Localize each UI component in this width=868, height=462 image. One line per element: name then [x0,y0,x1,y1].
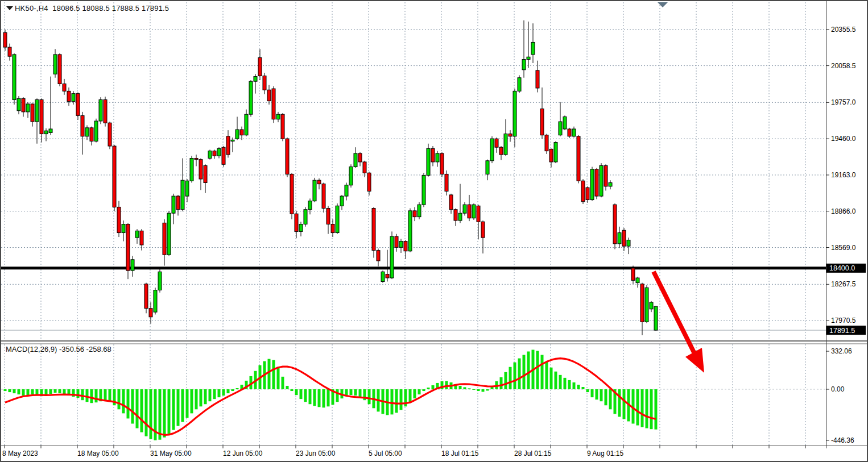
chart-title: HK50-,H4 18086.5 18088.5 17888.5 17891.5 [15,4,169,13]
candle-body [399,242,403,248]
price-tick-label: 18267.5 [831,280,856,288]
macd-histogram-bar [473,389,476,390]
macd-histogram-bar [350,389,353,395]
candle-body [645,288,648,322]
candle-body [267,90,271,101]
candle-body [35,99,39,122]
candle-body [290,174,294,214]
candle-body [331,224,334,233]
candle-body [190,159,193,181]
candle-body [195,159,198,160]
candle-body [654,306,658,330]
candle-body [418,205,421,217]
candle-body [22,98,25,112]
time-axis-label: 18 Jul 01:15 [441,449,479,457]
macd-histogram-bar [459,386,462,389]
candle-body [204,165,207,182]
macd-histogram-bar [313,389,316,406]
macd-histogram-bar [222,389,225,396]
macd-histogram-bar [477,389,480,391]
macd-histogram-bar [486,389,489,390]
candle-body [600,165,603,196]
macd-histogram-bar [181,389,184,422]
candle-body [449,195,453,210]
candle-body [572,129,576,136]
macd-histogram-bar [605,389,607,405]
candle-body [495,139,498,147]
macd-histogram-bar [354,389,357,396]
candle-body [577,136,580,181]
candle-body [304,210,307,224]
candle-body [122,224,125,233]
macd-histogram-bar [482,389,485,392]
candle-body [358,153,362,162]
candle-body [427,148,430,175]
time-axis-label: 28 Jul 01:15 [514,449,552,457]
macd-histogram-bar [304,389,307,402]
macd-histogram-bar [418,389,421,394]
macd-histogram-bar [464,387,466,389]
macd-histogram-bar [140,389,143,432]
candle-body [249,81,253,114]
time-axis-label: 31 May 05:00 [150,449,192,457]
macd-histogram-bar [500,377,503,389]
macd-histogram-bar [545,362,548,389]
macd-histogram-bar [191,389,193,413]
candle-body [158,272,162,290]
macd-histogram-bar [95,389,98,402]
candle-body [363,162,366,173]
macd-histogram-bar [596,389,598,399]
macd-histogram-bar [136,389,139,428]
candle-body [522,60,526,70]
macd-histogram-bar [541,355,544,389]
candle-body [613,205,617,244]
macd-histogram-bar [518,359,521,389]
price-tick-label: 18866.0 [831,207,856,215]
candle-body [545,135,548,151]
macd-histogram-bar [623,389,626,419]
candle-body [254,77,257,82]
candle-body [481,222,485,238]
macd-histogram-bar [118,389,121,409]
price-badge-label: 17891.5 [829,327,855,335]
macd-histogram-bar [122,389,125,413]
candle-body [13,55,16,99]
candle-body [445,174,448,191]
candle-body [222,147,225,164]
price-tick-label: 19757.0 [831,98,856,106]
candle-body [422,176,425,205]
macd-histogram-bar [650,389,653,429]
candle-body [458,213,462,220]
candle-body [149,309,152,317]
time-axis-label: 5 Jul 05:00 [369,449,402,457]
candle-body [53,55,57,74]
macd-histogram-bar [49,389,52,394]
macd-histogram-bar [368,389,371,404]
macd-histogram-bar [527,351,530,389]
candle-body [113,146,116,207]
candle-body [477,206,480,222]
candle-body [272,89,275,119]
time-axis-label: 8 May 2023 [2,449,38,457]
macd-histogram-bar [277,367,280,389]
candle-body [144,284,148,309]
candle-body [40,99,43,134]
candle-body [176,196,180,210]
chart-shift-marker-icon[interactable] [658,2,668,7]
macd-histogram-bar [564,378,567,389]
macd-histogram-bar [200,389,202,406]
candle-body [276,114,280,119]
candle-body [163,223,166,255]
candle-body [609,182,612,186]
candle-body [154,290,157,313]
candle-body [377,251,380,261]
macd-histogram-bar [54,389,57,393]
macd-tick-label: 332.06 [831,347,852,355]
macd-histogram-bar [400,389,403,410]
macd-histogram-bar [159,389,162,440]
candle-body [372,209,375,251]
candle-body [8,47,11,56]
macd-histogram-bar [600,389,603,401]
chart-canvas[interactable]: 20355.520058.519757.019460.019163.018866… [1,1,867,461]
candle-body [408,211,412,251]
